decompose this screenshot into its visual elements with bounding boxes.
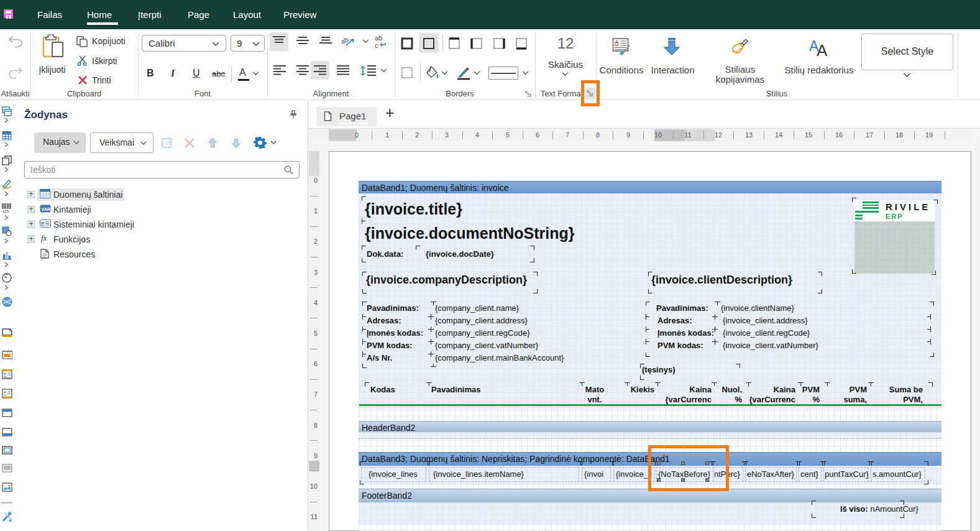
svg-text:123: 123 [2,210,9,213]
svg-text:VAR: VAR [41,206,51,212]
svg-text:A: A [615,39,619,45]
svg-text:c: c [375,42,378,49]
svg-text:ab: ab [375,34,382,42]
svg-text:E: E [41,221,45,227]
